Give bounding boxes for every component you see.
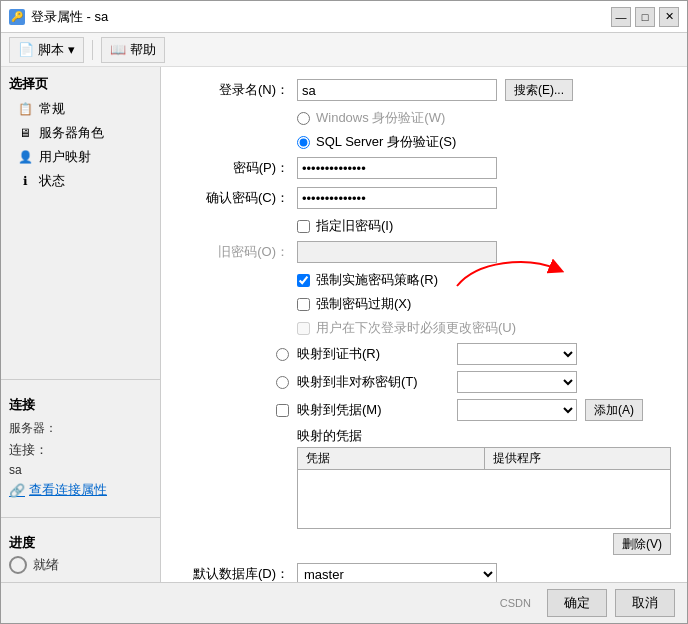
enforce-policy-label: 强制实施密码策略(R) xyxy=(316,271,438,289)
auth-sql-label: SQL Server 身份验证(S) xyxy=(316,133,456,151)
password-row: 密码(P)： xyxy=(177,157,671,179)
map-credentials-label: 映射到凭据(M) xyxy=(297,401,457,419)
select-page-label: 选择页 xyxy=(1,67,160,97)
old-password-input[interactable] xyxy=(297,241,497,263)
user-mapping-label: 用户映射 xyxy=(39,148,91,166)
login-name-row: 登录名(N)： 搜索(E)... xyxy=(177,79,671,101)
default-db-row: 默认数据库(D)： master model msdb tempdb xyxy=(177,563,671,582)
watermark: CSDN xyxy=(500,597,531,609)
auth-windows-row: Windows 身份验证(W) xyxy=(297,109,671,127)
credentials-table-body xyxy=(297,469,671,529)
window-title: 登录属性 - sa xyxy=(31,8,108,26)
connect-info-label: 连接： xyxy=(9,439,152,461)
password-input[interactable] xyxy=(297,157,497,179)
view-connect-link[interactable]: 🔗 查看连接属性 xyxy=(9,479,152,501)
default-db-label: 默认数据库(D)： xyxy=(177,565,297,582)
map-asymkey-row: 映射到非对称密钥(T) xyxy=(177,371,671,393)
script-icon: 📄 xyxy=(18,42,34,57)
password-label: 密码(P)： xyxy=(177,159,297,177)
sidebar: 选择页 📋 常规 🖥 服务器角色 👤 用户映射 ℹ 状态 连接 服务器： xyxy=(1,67,161,582)
specify-old-password-label: 指定旧密码(I) xyxy=(316,217,393,235)
user-mapping-icon: 👤 xyxy=(17,149,33,165)
must-change-row: 用户在下次登录时必须更改密码(U) xyxy=(297,319,671,337)
enforce-expiry-label: 强制密码过期(X) xyxy=(316,295,411,313)
confirm-password-label: 确认密码(C)： xyxy=(177,189,297,207)
script-button[interactable]: 📄 脚本 ▾ xyxy=(9,37,84,63)
mapped-cred-label: 映射的凭据 xyxy=(297,427,671,445)
default-db-select[interactable]: master model msdb tempdb xyxy=(297,563,497,582)
sidebar-item-server-roles[interactable]: 🖥 服务器角色 xyxy=(1,121,160,145)
enforce-policy-checkbox[interactable] xyxy=(297,274,310,287)
auth-sql-radio[interactable] xyxy=(297,136,310,149)
progress-text: 就绪 xyxy=(33,556,59,574)
enforce-policy-row: 强制实施密码策略(R) xyxy=(297,271,671,289)
connect-label: 连接 xyxy=(9,396,152,414)
specify-old-password-checkbox[interactable] xyxy=(297,220,310,233)
map-asymkey-radio[interactable] xyxy=(276,376,289,389)
map-cert-row: 映射到证书(R) xyxy=(177,343,671,365)
minimize-button[interactable]: — xyxy=(611,7,631,27)
toolbar: 📄 脚本 ▾ 📖 帮助 xyxy=(1,33,687,67)
map-asymkey-select[interactable] xyxy=(457,371,577,393)
main-content: 选择页 📋 常规 🖥 服务器角色 👤 用户映射 ℹ 状态 连接 服务器： xyxy=(1,67,687,582)
map-credentials-select[interactable] xyxy=(457,399,577,421)
map-cert-select[interactable] xyxy=(457,343,577,365)
titlebar-controls: — □ ✕ xyxy=(611,7,679,27)
general-label: 常规 xyxy=(39,100,65,118)
general-icon: 📋 xyxy=(17,101,33,117)
sidebar-divider-2 xyxy=(1,517,160,518)
status-icon: ℹ xyxy=(17,173,33,189)
sidebar-connect-section: 连接 服务器： 连接： sa 🔗 查看连接属性 xyxy=(1,388,160,509)
titlebar: 🔑 登录属性 - sa — □ ✕ xyxy=(1,1,687,33)
window-icon: 🔑 xyxy=(9,9,25,25)
sidebar-item-status[interactable]: ℹ 状态 xyxy=(1,169,160,193)
server-roles-label: 服务器角色 xyxy=(39,124,104,142)
map-credentials-checkbox[interactable] xyxy=(276,404,289,417)
maximize-button[interactable]: □ xyxy=(635,7,655,27)
old-password-label: 旧密码(O)： xyxy=(177,243,297,261)
map-credentials-row: 映射到凭据(M) 添加(A) xyxy=(177,399,671,421)
connect-info-value: sa xyxy=(9,461,152,479)
help-button[interactable]: 📖 帮助 xyxy=(101,37,165,63)
help-icon: 📖 xyxy=(110,42,126,57)
must-change-checkbox[interactable] xyxy=(297,322,310,335)
server-label: 服务器： xyxy=(9,418,152,439)
specify-old-password-row: 指定旧密码(I) xyxy=(297,217,671,235)
map-cert-radio[interactable] xyxy=(276,348,289,361)
sidebar-item-general[interactable]: 📋 常规 xyxy=(1,97,160,121)
titlebar-left: 🔑 登录属性 - sa xyxy=(9,8,108,26)
map-cert-label: 映射到证书(R) xyxy=(297,345,457,363)
script-label: 脚本 xyxy=(38,41,64,59)
credentials-table-header: 凭据 提供程序 xyxy=(297,447,671,469)
gear-icon xyxy=(9,556,27,574)
mapped-credentials-section: 映射的凭据 凭据 提供程序 删除(V) xyxy=(297,427,671,555)
main-window: 🔑 登录属性 - sa — □ ✕ 📄 脚本 ▾ 📖 帮助 选择页 📋 常规 xyxy=(0,0,688,624)
sidebar-item-user-mapping[interactable]: 👤 用户映射 xyxy=(1,145,160,169)
add-button[interactable]: 添加(A) xyxy=(585,399,643,421)
sidebar-divider xyxy=(1,379,160,380)
window-bottom: CSDN 确定 取消 xyxy=(1,582,687,623)
server-roles-icon: 🖥 xyxy=(17,125,33,141)
remove-button[interactable]: 删除(V) xyxy=(613,533,671,555)
search-button[interactable]: 搜索(E)... xyxy=(505,79,573,101)
confirm-password-row: 确认密码(C)： xyxy=(177,187,671,209)
ok-button[interactable]: 确定 xyxy=(547,589,607,617)
cancel-button[interactable]: 取消 xyxy=(615,589,675,617)
cred-col1-header: 凭据 xyxy=(298,448,485,469)
help-label: 帮助 xyxy=(130,41,156,59)
login-name-label: 登录名(N)： xyxy=(177,81,297,99)
login-name-input[interactable] xyxy=(297,79,497,101)
script-dropdown-icon: ▾ xyxy=(68,42,75,57)
confirm-password-input[interactable] xyxy=(297,187,497,209)
enforce-expiry-row: 强制密码过期(X) xyxy=(297,295,671,313)
link-icon: 🔗 xyxy=(9,483,25,498)
enforce-expiry-checkbox[interactable] xyxy=(297,298,310,311)
close-button[interactable]: ✕ xyxy=(659,7,679,27)
auth-windows-label: Windows 身份验证(W) xyxy=(316,109,445,127)
toolbar-separator xyxy=(92,40,93,60)
auth-windows-radio[interactable] xyxy=(297,112,310,125)
map-asymkey-label: 映射到非对称密钥(T) xyxy=(297,373,457,391)
progress-label: 进度 xyxy=(9,534,152,552)
cred-col2-header: 提供程序 xyxy=(485,448,671,469)
old-password-row: 旧密码(O)： xyxy=(177,241,671,263)
